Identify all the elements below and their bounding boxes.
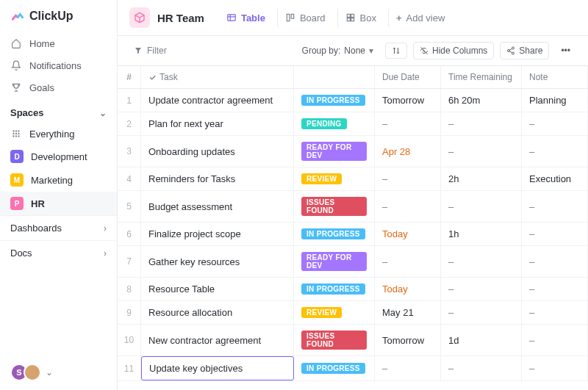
col-note[interactable]: Note — [522, 66, 588, 88]
due-date-cell[interactable]: Today — [375, 223, 441, 245]
due-date-cell[interactable]: – — [375, 246, 441, 277]
status-cell[interactable]: ISSUES FOUND — [294, 191, 375, 222]
view-tab-box[interactable]: Box — [337, 8, 384, 28]
note-cell[interactable]: – — [522, 246, 588, 277]
time-remaining-cell[interactable]: – — [441, 356, 522, 380]
brand-logo[interactable]: ClickUp — [0, 0, 117, 31]
view-tab-board[interactable]: Board — [277, 8, 333, 28]
due-date-cell[interactable]: Today — [375, 278, 441, 300]
time-remaining-cell[interactable]: – — [441, 191, 522, 222]
time-remaining-cell[interactable]: 1d — [441, 325, 522, 355]
col-task[interactable]: Task — [141, 66, 294, 88]
due-date-cell[interactable]: – — [375, 356, 441, 380]
sidebar-space-item[interactable]: DDevelopment — [0, 145, 117, 168]
task-name-cell[interactable]: Resource Table — [141, 278, 294, 300]
time-remaining-cell[interactable]: – — [441, 136, 522, 167]
note-cell[interactable]: – — [522, 301, 588, 324]
sidebar-space-item[interactable]: MMarketing — [0, 168, 117, 192]
col-time[interactable]: Time Remaining — [441, 66, 522, 88]
time-remaining-cell[interactable]: 1h — [441, 223, 522, 245]
task-name-cell[interactable]: New contractor agreement — [141, 325, 294, 355]
sidebar-docs[interactable]: Docs › — [0, 240, 117, 265]
more-button[interactable]: ••• — [555, 43, 576, 59]
due-date-cell[interactable]: – — [375, 191, 441, 222]
task-name-cell[interactable]: Update contractor agreement — [141, 89, 294, 112]
note-cell[interactable]: – — [522, 191, 588, 222]
table-row[interactable]: 2 Plan for next year PENDING – – – — [118, 112, 588, 136]
due-date-cell[interactable]: Tomorrow — [375, 89, 441, 112]
table-row[interactable]: 1 Update contractor agreement IN PROGRES… — [118, 89, 588, 112]
note-cell[interactable]: – — [522, 278, 588, 300]
space-label: Marketing — [31, 175, 73, 186]
groupby-button[interactable]: Group by: None ▾ — [296, 43, 379, 59]
due-date-cell[interactable]: May 21 — [375, 301, 441, 324]
add-view-button[interactable]: + Add view — [388, 8, 452, 28]
task-name-cell[interactable]: Onboarding updates — [141, 136, 294, 167]
share-button[interactable]: Share — [500, 42, 549, 59]
filter-button[interactable]: Filter — [129, 43, 171, 59]
table-row[interactable]: 4 Reminders for Tasks REVIEW – 2h Execut… — [118, 167, 588, 191]
due-date-cell[interactable]: Tomorrow — [375, 325, 441, 355]
time-remaining-cell[interactable]: 2h — [441, 167, 522, 190]
note-cell[interactable]: – — [522, 356, 588, 380]
status-cell[interactable]: IN PROGRESS — [294, 278, 375, 300]
col-due[interactable]: Due Date — [375, 66, 441, 88]
status-cell[interactable]: IN PROGRESS — [294, 223, 375, 245]
note-cell[interactable]: – — [522, 136, 588, 167]
note-cell[interactable]: – — [522, 325, 588, 355]
note-cell[interactable]: – — [522, 112, 588, 135]
space-icon[interactable] — [129, 7, 150, 28]
svg-rect-9 — [228, 15, 236, 21]
user-avatars[interactable]: S ⌄ — [0, 355, 117, 390]
note-cell[interactable]: Planning — [522, 89, 588, 112]
view-tab-table[interactable]: Table — [219, 8, 273, 28]
task-name-cell[interactable]: Budget assessment — [141, 191, 294, 222]
status-cell[interactable]: REVIEW — [294, 167, 375, 190]
nav-notifications[interactable]: Notifications — [0, 54, 117, 76]
nav-goals[interactable]: Goals — [0, 76, 117, 98]
table-row[interactable]: 8 Resource Table IN PROGRESS Today – – — [118, 278, 588, 301]
spaces-header[interactable]: Spaces ⌄ — [0, 100, 117, 123]
task-name-cell[interactable]: Plan for next year — [141, 112, 294, 135]
hide-columns-button[interactable]: Hide Columns — [413, 42, 494, 59]
status-cell[interactable]: ISSUES FOUND — [294, 325, 375, 355]
task-name-cell[interactable]: Reminders for Tasks — [141, 167, 294, 190]
status-cell[interactable]: REVIEW — [294, 301, 375, 324]
sidebar-dashboards[interactable]: Dashboards › — [0, 215, 117, 240]
table-row[interactable]: 11 Update key objectives IN PROGRESS – –… — [118, 356, 588, 381]
time-remaining-cell[interactable]: 6h 20m — [441, 89, 522, 112]
sidebar-item-everything[interactable]: Everything — [0, 123, 117, 145]
due-date-cell[interactable]: – — [375, 167, 441, 190]
note-cell[interactable]: – — [522, 223, 588, 245]
time-remaining-cell[interactable]: – — [441, 112, 522, 135]
tab-table-label: Table — [241, 12, 265, 24]
col-idx[interactable]: # — [118, 66, 141, 88]
task-name-cell[interactable]: Finalize project scope — [141, 223, 294, 245]
nav-home[interactable]: Home — [0, 32, 117, 54]
note-cell[interactable]: Execution — [522, 167, 588, 190]
row-index: 1 — [118, 89, 141, 112]
task-name-cell[interactable]: Update key objectives — [141, 356, 294, 380]
table-row[interactable]: 10 New contractor agreement ISSUES FOUND… — [118, 325, 588, 356]
due-date-cell[interactable]: – — [375, 112, 441, 135]
status-cell[interactable]: READY FOR DEV — [294, 246, 375, 277]
table-row[interactable]: 5 Budget assessment ISSUES FOUND – – – — [118, 191, 588, 223]
table-row[interactable]: 3 Onboarding updates READY FOR DEV Apr 2… — [118, 136, 588, 167]
status-cell[interactable]: PENDING — [294, 112, 375, 135]
table-row[interactable]: 6 Finalize project scope IN PROGRESS Tod… — [118, 223, 588, 246]
avatar[interactable] — [24, 364, 41, 381]
status-cell[interactable]: IN PROGRESS — [294, 89, 375, 112]
status-cell[interactable]: IN PROGRESS — [294, 356, 375, 380]
due-date-cell[interactable]: Apr 28 — [375, 136, 441, 167]
task-name-cell[interactable]: Resource allocation — [141, 301, 294, 324]
table-row[interactable]: 7 Gather key resources READY FOR DEV – –… — [118, 246, 588, 278]
sort-button[interactable] — [385, 43, 407, 59]
time-remaining-cell[interactable]: – — [441, 278, 522, 300]
sidebar-space-item[interactable]: PHR — [0, 192, 117, 215]
time-remaining-cell[interactable]: – — [441, 301, 522, 324]
status-cell[interactable]: READY FOR DEV — [294, 136, 375, 167]
task-name-cell[interactable]: Gather key resources — [141, 246, 294, 277]
col-status[interactable] — [294, 66, 375, 88]
time-remaining-cell[interactable]: – — [441, 246, 522, 277]
table-row[interactable]: 9 Resource allocation REVIEW May 21 – – — [118, 301, 588, 325]
